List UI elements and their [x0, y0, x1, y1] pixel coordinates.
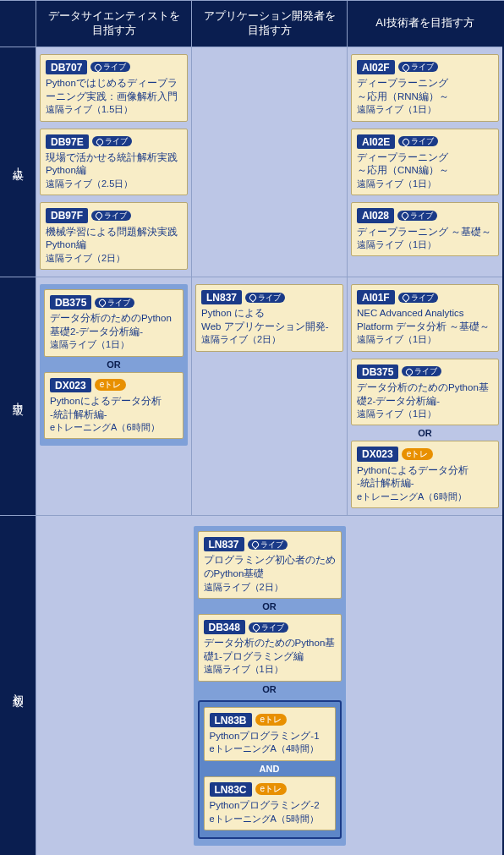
level-label-advanced: 上級 — [0, 47, 36, 277]
course-code: DB375 — [357, 364, 398, 379]
level-label-intermediate: 中級 — [0, 277, 36, 516]
live-badge-icon: ライブ — [91, 211, 131, 221]
live-badge-icon: ライブ — [398, 136, 438, 146]
course-card[interactable]: DB348 ライブ データ分析のためのPython基礎1-プログラミング編 遠隔… — [198, 614, 342, 682]
course-code: AI01F — [357, 290, 395, 304]
course-title: Pythonプログラミング-2 — [210, 799, 330, 813]
live-badge-icon: ライブ — [249, 622, 288, 633]
cell-advanced-app-empty — [191, 47, 347, 277]
course-sub: 遠隔ライブ（1日） — [204, 663, 336, 675]
course-title: データ分析のためのPython基礎2-データ分析編- — [50, 312, 178, 338]
course-sub: 遠隔ライブ（1日） — [357, 178, 493, 189]
live-badge-icon: ライブ — [398, 62, 438, 72]
course-card[interactable]: DX023 eトレ Pythonによるデータ分析 -統計解析編- eトレーニング… — [351, 441, 499, 508]
cell-intermediate-ds: DB375 ライブ データ分析のためのPython基礎2-データ分析編- 遠隔ラ… — [36, 277, 191, 516]
cell-intermediate-ai: AI01F ライブ NEC Advanced Analytics Platfor… — [347, 277, 502, 516]
course-card[interactable]: DB97E ライブ 現場で活かせる統計解析実践 Python編 遠隔ライブ（2.… — [40, 129, 188, 196]
course-code: LN837 — [204, 537, 244, 551]
course-title: NEC Advanced Analytics Platform データ分析 ～基… — [357, 307, 493, 333]
live-badge-icon: ライブ — [402, 366, 441, 376]
connector-or: OR — [198, 682, 342, 697]
etrain-badge-icon: eトレ — [255, 714, 288, 726]
course-sub: 遠隔ライブ（2日） — [204, 581, 336, 593]
connector-or: OR — [198, 599, 342, 614]
course-sub: 遠隔ライブ（1日） — [357, 333, 493, 345]
cell-advanced-ds: DB707 ライブ Pythonではじめるディープラーニング実践：画像解析入門 … — [36, 47, 191, 277]
course-title: ディープラーニング ～応用（RNN編）～ — [357, 77, 493, 103]
live-badge-icon: ライブ — [90, 62, 130, 72]
course-code: LN83B — [210, 713, 252, 727]
course-sub: eトレーニングA（4時間） — [210, 743, 330, 754]
course-title: Pythonによるデータ分析 -統計解析編- — [357, 464, 493, 491]
etrain-badge-icon: eトレ — [95, 379, 127, 391]
training-path-grid: データサイエンティストを 目指す方 アプリケーション開発者を 目指す方 AI技術… — [0, 0, 504, 855]
live-badge-icon: ライブ — [92, 136, 132, 146]
course-code: AI02F — [357, 60, 395, 74]
course-title: ディープラーニング ～応用（CNN編）～ — [357, 151, 493, 178]
course-sub: 遠隔ライブ（1日） — [357, 408, 493, 419]
course-sub: eトレーニングA（6時間） — [357, 491, 493, 502]
live-badge-icon: ライブ — [398, 293, 438, 303]
course-code: LN837 — [201, 290, 242, 304]
course-code: DX023 — [50, 378, 91, 392]
cell-intermediate-app: LN837 ライブ Python による Web アプリケーション開発- 遠隔ラ… — [191, 277, 347, 516]
course-title: Pythonプログラミング-1 — [210, 730, 330, 743]
live-badge-icon: ライブ — [95, 298, 134, 308]
and-group: LN83B eトレ Pythonプログラミング-1 eトレーニングA（4時間） … — [198, 700, 342, 839]
course-card[interactable]: DB375 ライブ データ分析のためのPython基礎2-データ分析編- 遠隔ラ… — [351, 359, 499, 426]
course-title: 機械学習による問題解決実践 Python編 — [46, 226, 182, 252]
or-group: DB375 ライブ データ分析のためのPython基礎2-データ分析編- 遠隔ラ… — [40, 284, 188, 446]
etrain-badge-icon: eトレ — [255, 783, 288, 795]
course-code: DB97F — [46, 208, 88, 222]
column-header-app: アプリケーション開発者を 目指す方 — [191, 1, 347, 47]
course-title: 現場で活かせる統計解析実践 Python編 — [46, 151, 182, 178]
column-header-ai: AI技術者を目指す方 — [347, 1, 502, 47]
course-code: AI02E — [357, 134, 395, 149]
course-card[interactable]: LN83C eトレ Pythonプログラミング-2 eトレーニングA（5時間） — [204, 776, 336, 830]
course-card[interactable]: AI028 ライブ ディープラーニング ～基礎～ 遠隔ライブ（1日） — [351, 202, 499, 256]
course-code: LN83C — [210, 782, 252, 797]
course-code: DB348 — [204, 620, 245, 634]
course-title: データ分析のためのPython基礎1-プログラミング編 — [204, 637, 336, 663]
cell-advanced-ai: AI02F ライブ ディープラーニング ～応用（RNN編）～ 遠隔ライブ（1日）… — [347, 47, 502, 277]
course-title: ディープラーニング ～基礎～ — [357, 226, 493, 239]
etrain-badge-icon: eトレ — [402, 448, 434, 460]
course-card[interactable]: DB707 ライブ Pythonではじめるディープラーニング実践：画像解析入門 … — [40, 54, 188, 122]
course-title: Pythonによるデータ分析 -統計解析編- — [50, 395, 178, 421]
course-card[interactable]: LN83B eトレ Pythonプログラミング-1 eトレーニングA（4時間） — [204, 707, 336, 761]
course-card[interactable]: LN837 ライブ プログラミング初心者のためのPython基礎 遠隔ライブ（2… — [198, 531, 342, 599]
course-card[interactable]: LN837 ライブ Python による Web アプリケーション開発- 遠隔ラ… — [195, 284, 343, 352]
column-header-ds: データサイエンティストを 目指す方 — [36, 1, 191, 47]
course-card[interactable]: DB97F ライブ 機械学習による問題解決実践 Python編 遠隔ライブ（2日… — [40, 202, 188, 270]
level-label-beginner: 初級 — [0, 516, 36, 855]
course-sub: eトレーニングA（6時間） — [50, 421, 178, 433]
course-sub: eトレーニングA（5時間） — [210, 813, 330, 825]
course-code: DX023 — [357, 447, 398, 461]
connector-or: OR — [44, 357, 184, 372]
course-title: Python による Web アプリケーション開発- — [201, 307, 337, 333]
course-title: Pythonではじめるディープラーニング実践：画像解析入門 — [46, 77, 182, 103]
beginner-group: LN837 ライブ プログラミング初心者のためのPython基礎 遠隔ライブ（2… — [194, 526, 346, 846]
course-sub: 遠隔ライブ（2日） — [46, 252, 182, 264]
connector-or: OR — [351, 425, 499, 441]
course-card[interactable]: DX023 eトレ Pythonによるデータ分析 -統計解析編- eトレーニング… — [44, 372, 184, 440]
course-code: DB375 — [50, 295, 91, 310]
course-sub: 遠隔ライブ（2日） — [201, 333, 337, 345]
header-corner — [0, 1, 36, 47]
connector-and: AND — [204, 761, 336, 776]
course-card[interactable]: AI02E ライブ ディープラーニング ～応用（CNN編）～ 遠隔ライブ（1日） — [351, 129, 499, 196]
cell-beginner-span: LN837 ライブ プログラミング初心者のためのPython基礎 遠隔ライブ（2… — [36, 516, 502, 855]
course-sub: 遠隔ライブ（1日） — [357, 103, 493, 115]
course-code: DB707 — [46, 60, 87, 74]
live-badge-icon: ライブ — [245, 293, 285, 303]
live-badge-icon: ライブ — [248, 540, 288, 550]
course-title: データ分析のためのPython基礎2-データ分析編- — [357, 381, 493, 408]
course-title: プログラミング初心者のためのPython基礎 — [204, 554, 336, 580]
course-sub: 遠隔ライブ（1日） — [357, 238, 493, 250]
course-card[interactable]: DB375 ライブ データ分析のためのPython基礎2-データ分析編- 遠隔ラ… — [44, 289, 184, 357]
course-card[interactable]: AI02F ライブ ディープラーニング ～応用（RNN編）～ 遠隔ライブ（1日） — [351, 54, 499, 122]
live-badge-icon: ライブ — [397, 211, 437, 221]
course-sub: 遠隔ライブ（1.5日） — [46, 103, 182, 115]
course-card[interactable]: AI01F ライブ NEC Advanced Analytics Platfor… — [351, 284, 499, 352]
course-sub: 遠隔ライブ（1日） — [50, 338, 178, 350]
